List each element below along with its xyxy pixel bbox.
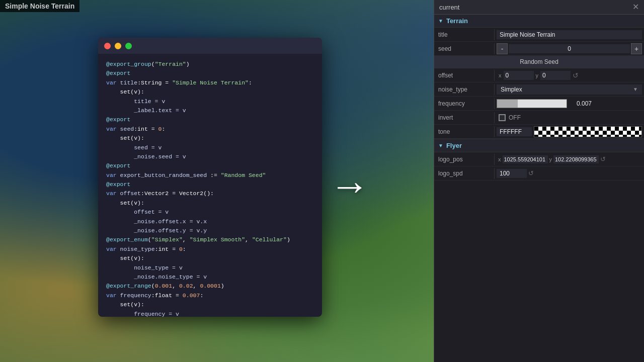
- flyer-section-header[interactable]: ▼ Flyer: [434, 139, 644, 152]
- logo-pos-y-input[interactable]: [553, 155, 599, 163]
- prop-label-tone: tone: [434, 126, 495, 137]
- prop-value-noise-type: Simplex ▼: [495, 83, 644, 96]
- code-line: set(v):: [106, 254, 314, 263]
- code-line: @export_range(0.001, 0.02, 0.0001): [106, 282, 314, 291]
- code-line: @export: [106, 161, 314, 170]
- arrow-indicator: →: [330, 166, 370, 206]
- prop-label-logo-pos: logo_pos: [434, 154, 495, 165]
- noise-type-dropdown-arrow: ▼: [633, 86, 638, 92]
- minimize-traffic-light[interactable]: [115, 43, 121, 49]
- terrain-section-header[interactable]: ▼ Terrain: [434, 15, 644, 28]
- prop-label-noise-type: noise_type: [434, 84, 495, 95]
- maximize-traffic-light[interactable]: [125, 43, 132, 49]
- prop-value-offset: x y ↺: [495, 70, 644, 81]
- prop-value-logo-spd: ↺: [495, 168, 644, 179]
- code-line: @export_group("Terrain"): [106, 60, 314, 69]
- code-line: var export_button_random_seed := "Random…: [106, 171, 314, 180]
- logo-pos-reset-icon[interactable]: ↺: [599, 155, 607, 163]
- logo-pos-x-input[interactable]: [503, 155, 548, 163]
- prop-row-logo-pos: logo_pos x y ↺: [434, 152, 644, 166]
- title-input[interactable]: [497, 30, 642, 39]
- seed-input[interactable]: [509, 44, 630, 53]
- prop-value-seed: - +: [495, 42, 644, 55]
- inspector-close-button[interactable]: ✕: [632, 3, 639, 11]
- code-line: _noise.noise_type = v: [106, 273, 314, 282]
- code-line: _noise.offset.x = v.x: [106, 217, 314, 226]
- invert-off-label: OFF: [509, 114, 521, 121]
- inspector-title: current: [439, 4, 459, 11]
- terrain-section-title: Terrain: [446, 17, 468, 25]
- prop-value-invert: OFF: [495, 113, 644, 122]
- code-line: seed = v: [106, 143, 314, 152]
- random-seed-row: Random Seed: [434, 56, 644, 68]
- prop-row-invert: invert OFF: [434, 111, 644, 125]
- terrain-expand-arrow: ▼: [438, 18, 443, 24]
- tone-hex-input[interactable]: [497, 127, 532, 136]
- offset-x-label: x: [497, 72, 504, 78]
- prop-label-logo-spd: logo_spd: [434, 168, 495, 179]
- code-line: @export_enum("Simplex", "Simplex Smooth"…: [106, 235, 314, 244]
- logo-pos-y-label: y: [548, 156, 554, 162]
- app-title-bar: Simple Noise Terrain: [0, 0, 79, 12]
- code-line: set(v):: [106, 300, 314, 309]
- close-traffic-light[interactable]: [104, 43, 111, 49]
- flyer-section-title: Flyer: [446, 142, 462, 149]
- code-line: var noise_type:int = 0:: [106, 245, 314, 254]
- frequency-slider-track[interactable]: [497, 99, 567, 108]
- code-line: var title:String = "Simple Noise Terrain…: [106, 78, 314, 87]
- code-line: var seed:int = 0:: [106, 125, 314, 134]
- logo-spd-reset-icon[interactable]: ↺: [527, 169, 535, 177]
- code-line: @export: [106, 115, 314, 124]
- invert-checkbox[interactable]: [499, 114, 506, 121]
- app-title: Simple Noise Terrain: [5, 2, 74, 10]
- inspector-header: current ✕: [434, 0, 644, 15]
- seed-plus-button[interactable]: +: [631, 43, 642, 54]
- prop-label-invert: invert: [434, 112, 495, 123]
- prop-row-logo-spd: logo_spd ↺: [434, 166, 644, 180]
- offset-x-input[interactable]: [504, 71, 534, 80]
- prop-value-tone: [495, 125, 644, 138]
- prop-row-seed: seed - +: [434, 42, 644, 56]
- prop-value-logo-pos: x y ↺: [495, 154, 644, 164]
- code-line: set(v):: [106, 87, 314, 97]
- code-line: set(v):: [106, 134, 314, 143]
- code-line: _label.text = v: [106, 106, 314, 115]
- code-line: _noise.offset.y = v.y: [106, 226, 314, 235]
- noise-type-value: Simplex: [501, 86, 522, 93]
- code-line: var offset:Vector2 = Vector2():: [106, 189, 314, 198]
- code-line: @export: [106, 69, 314, 78]
- frequency-value: 0.007: [571, 100, 594, 107]
- logo-spd-input[interactable]: [497, 169, 527, 178]
- code-line: noise_type = v: [106, 263, 314, 273]
- random-seed-button[interactable]: Random Seed: [434, 56, 644, 68]
- prop-row-tone: tone: [434, 125, 644, 139]
- prop-row-noise-type: noise_type Simplex ▼: [434, 82, 644, 97]
- code-line: title = v: [106, 97, 314, 106]
- noise-type-dropdown[interactable]: Simplex ▼: [497, 84, 642, 95]
- code-editor-window: @export_group("Terrain") @export var tit…: [98, 38, 322, 317]
- prop-label-seed: seed: [434, 43, 495, 54]
- code-line: frequency = v: [106, 310, 314, 317]
- code-content: @export_group("Terrain") @export var tit…: [98, 54, 322, 317]
- tone-color-preview[interactable]: [534, 126, 642, 137]
- prop-row-frequency: frequency 0.007: [434, 97, 644, 111]
- prop-label-frequency: frequency: [434, 98, 495, 109]
- offset-reset-icon[interactable]: ↺: [571, 71, 581, 79]
- flyer-expand-arrow: ▼: [438, 143, 443, 148]
- prop-label-title: title: [434, 29, 495, 40]
- offset-y-label: y: [534, 72, 541, 78]
- logo-pos-x-label: x: [497, 156, 503, 162]
- code-line: _noise.seed = v: [106, 152, 314, 161]
- prop-value-frequency: 0.007: [495, 98, 644, 109]
- offset-y-input[interactable]: [540, 71, 571, 80]
- code-line: set(v):: [106, 199, 314, 208]
- prop-row-title: title: [434, 28, 644, 42]
- code-line: var frequency:float = 0.007:: [106, 291, 314, 300]
- seed-minus-button[interactable]: -: [497, 43, 508, 54]
- code-line: @export: [106, 180, 314, 189]
- code-titlebar: [98, 38, 322, 54]
- prop-row-offset: offset x y ↺: [434, 68, 644, 82]
- prop-value-title: [495, 29, 644, 40]
- prop-label-offset: offset: [434, 70, 495, 81]
- code-line: offset = v: [106, 208, 314, 217]
